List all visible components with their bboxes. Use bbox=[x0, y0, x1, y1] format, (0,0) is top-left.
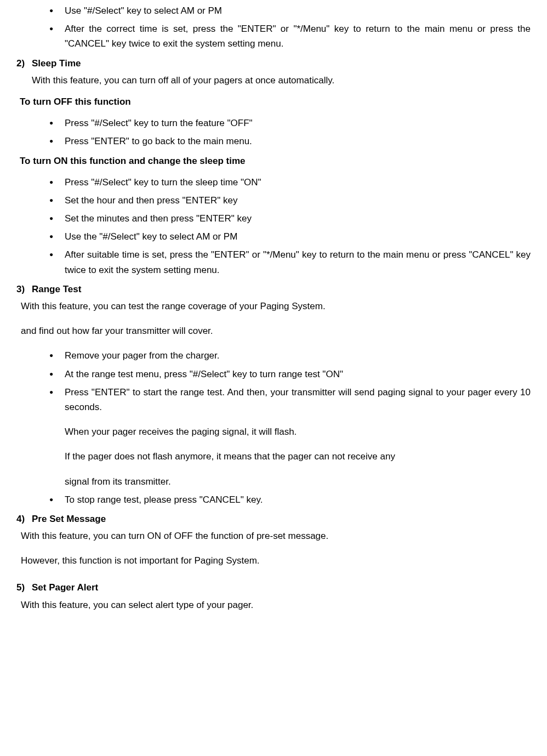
section-heading-set-pager-alert: 5)Set Pager Alert bbox=[16, 580, 531, 595]
list-item: Press "#/Select" key to turn the feature… bbox=[49, 116, 531, 130]
section-number: 3) bbox=[16, 282, 32, 297]
section-intro: With this feature, you can select alert … bbox=[21, 598, 531, 612]
section-intro: With this feature, you can test the rang… bbox=[21, 299, 531, 314]
list-item: Press "#/Select" key to turn the sleep t… bbox=[49, 175, 531, 190]
section-intro: With this feature, you can turn ON of OF… bbox=[21, 528, 531, 543]
list-item: After the correct time is set, press the… bbox=[49, 21, 531, 51]
section-title: Sleep Time bbox=[32, 58, 81, 69]
section-heading-sleep-time: 2)Sleep Time bbox=[16, 56, 531, 71]
section-intro: and find out how far your transmitter wi… bbox=[21, 323, 531, 338]
top-bullet-list: Use "#/Select" key to select AM or PM Af… bbox=[16, 3, 531, 52]
section-heading-preset-message: 4)Pre Set Message bbox=[16, 511, 531, 526]
list-item: To stop range test, please press "CANCEL… bbox=[49, 492, 531, 507]
section-heading-range-test: 3)Range Test bbox=[16, 282, 531, 297]
list-item: At the range test menu, press "#/Select"… bbox=[49, 367, 531, 382]
turn-on-bullet-list: Press "#/Select" key to turn the sleep t… bbox=[16, 175, 531, 277]
turn-off-bullet-list: Press "#/Select" key to turn the feature… bbox=[16, 116, 531, 149]
list-item: Set the minutes and then press "ENTER" k… bbox=[49, 211, 531, 226]
section-title: Pre Set Message bbox=[32, 514, 106, 524]
list-item: Press "ENTER" to start the range test. A… bbox=[49, 385, 531, 489]
list-item-text: Press "ENTER" to start the range test. A… bbox=[65, 387, 531, 412]
section-title: Set Pager Alert bbox=[32, 582, 98, 593]
list-item-extra: When your pager receives the paging sign… bbox=[65, 424, 531, 439]
list-item: Remove your pager from the charger. bbox=[49, 348, 531, 363]
section-number: 2) bbox=[16, 56, 32, 71]
list-item: Set the hour and then press "ENTER" key bbox=[49, 193, 531, 208]
list-item: Press "ENTER" to go back to the main men… bbox=[49, 134, 531, 149]
section-number: 5) bbox=[16, 580, 32, 595]
section-intro: With this feature, you can turn off all … bbox=[32, 73, 531, 88]
document-page: Use "#/Select" key to select AM or PM Af… bbox=[0, 3, 547, 631]
subheading-turn-on: To turn ON this function and change the … bbox=[20, 154, 531, 168]
list-item: Use "#/Select" key to select AM or PM bbox=[49, 3, 531, 18]
list-item: Use the "#/Select" key to select AM or P… bbox=[49, 229, 531, 244]
list-item-extra: If the pager does not flash anymore, it … bbox=[65, 449, 531, 464]
section-title: Range Test bbox=[32, 284, 81, 294]
subheading-turn-off: To turn OFF this function bbox=[20, 94, 531, 109]
section-number: 4) bbox=[16, 511, 32, 526]
list-item-extra: signal from its transmitter. bbox=[65, 474, 531, 489]
range-test-bullet-list: Remove your pager from the charger. At t… bbox=[16, 348, 531, 507]
section-intro: However, this function is not important … bbox=[21, 553, 531, 568]
list-item: After suitable time is set, press the "E… bbox=[49, 247, 531, 277]
